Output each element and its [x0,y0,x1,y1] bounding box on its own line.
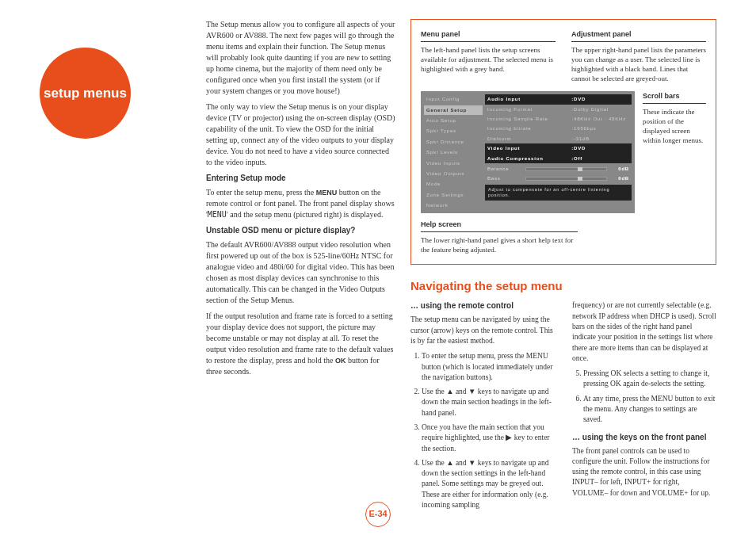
adjustment-panel-desc: The upper right-hand panel lists the par… [571,45,706,84]
page-number: E-34 [365,502,391,527]
title-badge: setup menus [40,48,131,139]
osd-menu-item: Input Config [424,94,483,104]
remote-cont: frequency) or are not currently selectab… [572,300,716,364]
navigating-title: Navigating the setup menu [410,277,716,294]
right-column: Menu panel The left-hand panel lists the… [410,19,716,514]
panel-header-row: Menu panel The left-hand panel lists the… [421,29,706,83]
osd-param-row: Incoming Sample Rate: 48KHz Out : 48KHz [485,114,632,124]
entering-heading: Entering Setup mode [206,173,396,184]
intro-p1: The Setup menus allow you to configure a… [206,19,396,97]
osd-param-row: Incoming bitrate: 1936bps [485,124,632,133]
help-panel-info: Help screen The lower right-hand panel g… [421,220,578,254]
osd-param-row: Audio Input: DVD [485,94,632,104]
help-panel-desc: The lower right-hand panel gives a short… [421,235,578,254]
help-panel-title: Help screen [421,220,578,232]
adjustment-panel-title: Adjustment panel [571,29,706,42]
osd-screenshot: Input ConfigGeneral SetupAuto SetupSpkr … [421,91,635,213]
adjustment-panel-info: Adjustment panel The upper right-hand pa… [571,29,706,83]
osd-menu-item: Zone Settings [424,190,483,200]
osd-slider-row: Bass0dB [485,174,632,183]
title-badge-text: setup menus [44,84,127,103]
osd-menu-item: General Setup [424,105,483,115]
osd-wrap: Input ConfigGeneral SetupAuto SetupSpkr … [421,91,706,213]
osd-menu-item: Spkr Types [424,126,483,136]
front-subhead: … using the keys on the front panel [572,432,716,443]
intro-p2: The only way to view the Setup menus is … [206,101,396,168]
remote-steps: To enter the setup menu, press the MENU … [422,351,555,510]
unstable-p1: The default AVR600/AV888 output video re… [206,239,396,306]
unstable-heading: Unstable OSD menu or picture display? [206,225,396,236]
osd-param-row: Audio Compression: Off [485,154,632,163]
remote-step: To enter the setup menu, press the MENU … [422,351,555,383]
remote-step-5: Pressing OK selects a setting to change … [583,369,716,390]
osd-menu-item: Auto Setup [424,116,483,125]
page-content: The Setup menus allow you to configure a… [206,19,716,514]
remote-intro: The setup menu can be navigated by using… [410,315,555,346]
entering-p1: To enter the setup menu, press the MENU … [206,187,396,220]
menu-panel-desc: The left-hand panel lists the setup scre… [421,45,556,74]
osd-menu-item: Spkr Levels [424,147,483,157]
osd-menu-item: Mode [424,179,483,189]
osd-param-row: Dialnorm: -31dB [485,134,632,143]
scrollbars-title: Scroll bars [643,91,706,104]
nav-col-left: … using the remote control The setup men… [410,300,555,514]
remote-step: Once you have the main section that you … [422,422,555,454]
remote-step: Use the ▲ and ▼ keys to navigate up and … [422,458,555,510]
scrollbars-desc: These indicate the position of the displ… [643,107,706,146]
unstable-p2: If the output resolution and frame rate … [206,311,396,377]
osd-help-text: Adjust to compensate for an off-centre l… [485,185,632,201]
remote-steps-cont: Pressing OK selects a setting to change … [583,369,716,425]
nav-columns: … using the remote control The setup men… [410,300,716,514]
remote-step: Use the ▲ and ▼ keys to navigate up and … [422,387,555,418]
front-p: The front panel controls can be used to … [572,446,716,499]
menu-panel-info: Menu panel The left-hand panel lists the… [421,29,556,83]
scrollbars-info: Scroll bars These indicate the position … [643,91,706,145]
osd-menu-item: Network [424,201,483,210]
osd-menu-item: Video Inputs [424,159,483,168]
menu-panel-title: Menu panel [421,29,556,42]
callout-box: Menu panel The left-hand panel lists the… [410,19,716,265]
left-column: The Setup menus allow you to configure a… [206,19,396,514]
osd-param-row: Video Input: DVD [485,143,632,153]
remote-step-6: At any time, press the MENU button to ex… [583,394,716,426]
osd-menu-item: Spkr Distance [424,137,483,147]
nav-col-right: frequency) or are not currently selectab… [572,300,716,514]
remote-subhead: … using the remote control [410,300,555,311]
osd-menu-item: Video Outputs [424,169,483,178]
osd-menu-panel: Input ConfigGeneral SetupAuto SetupSpkr … [424,94,483,210]
osd-slider-row: Balance0dB [485,164,632,174]
osd-param-row: Incoming Format: Dolby Digital [485,105,632,114]
osd-adjustment-panel: Audio Input: DVDIncoming Format: Dolby D… [485,94,632,210]
